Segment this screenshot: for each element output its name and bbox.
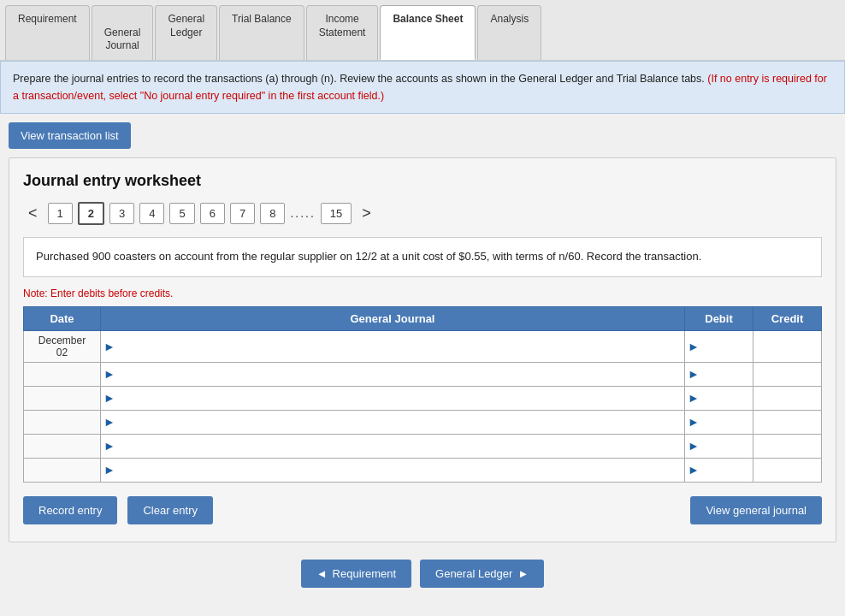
credit-input-3[interactable] (753, 387, 821, 410)
table-row: ► ► (24, 434, 822, 458)
date-cell-6 (24, 458, 101, 482)
credit-input-1[interactable] (753, 331, 821, 362)
journal-cell-6[interactable]: ► (101, 458, 685, 482)
col-date: Date (24, 306, 101, 330)
clear-entry-button[interactable]: Clear entry (127, 496, 213, 524)
page-1[interactable]: 1 (48, 203, 73, 224)
debit-input-1[interactable] (702, 331, 753, 362)
table-row: ► ► (24, 362, 822, 386)
credit-cell-3[interactable] (753, 386, 822, 410)
date-cell-5 (24, 434, 101, 458)
credit-cell-4[interactable] (753, 410, 822, 434)
transaction-description: Purchased 900 coasters on account from t… (23, 237, 822, 277)
journal-input-4[interactable] (118, 411, 684, 434)
tab-balance-sheet[interactable]: Balance Sheet (380, 5, 476, 60)
cell-arrow-icon: ► (101, 463, 118, 477)
tab-income-statement[interactable]: IncomeStatement (306, 5, 379, 60)
cell-arrow-icon: ► (685, 367, 702, 381)
footer-nav: ◄ Requirement General Ledger ► (0, 560, 845, 588)
page-5[interactable]: 5 (169, 203, 194, 224)
date-cell-2 (24, 362, 101, 386)
date-cell-3 (24, 386, 101, 410)
table-row: ► ► (24, 458, 822, 482)
note-text: Note: Enter debits before credits. (23, 287, 822, 299)
page-7[interactable]: 7 (230, 203, 255, 224)
pagination-ellipsis: ..... (290, 206, 315, 220)
worksheet-container: Journal entry worksheet < 1 2 3 4 5 6 7 … (9, 157, 836, 542)
journal-table: Date General Journal Debit Credit Decemb… (23, 306, 822, 483)
credit-cell-6[interactable] (753, 458, 822, 482)
debit-input-2[interactable] (702, 363, 753, 386)
cell-arrow-icon: ► (101, 367, 118, 381)
debit-input-5[interactable] (702, 435, 753, 458)
credit-input-2[interactable] (753, 363, 821, 386)
credit-cell-1[interactable] (753, 330, 822, 362)
tab-trial-balance[interactable]: Trial Balance (219, 5, 304, 60)
tab-general-journal[interactable]: GeneralJournal (92, 5, 154, 60)
journal-input-5[interactable] (118, 435, 684, 458)
cell-arrow-icon: ► (101, 391, 118, 405)
journal-cell-5[interactable]: ► (101, 434, 685, 458)
journal-cell-3[interactable]: ► (101, 386, 685, 410)
date-cell-1: December02 (24, 330, 101, 362)
prev-page-button[interactable]: < (23, 203, 43, 224)
cell-arrow-icon: ► (685, 463, 702, 477)
next-page-button[interactable]: > (357, 203, 376, 224)
debit-cell-6[interactable]: ► (685, 458, 753, 482)
pagination: < 1 2 3 4 5 6 7 8 ..... 15 > (23, 202, 822, 225)
record-entry-button[interactable]: Record entry (23, 496, 117, 524)
debit-input-4[interactable] (702, 411, 753, 434)
cell-arrow-icon: ► (685, 415, 702, 429)
table-row: ► ► (24, 386, 822, 410)
debit-input-6[interactable] (702, 459, 753, 482)
page-15[interactable]: 15 (321, 203, 352, 224)
page-2[interactable]: 2 (78, 202, 104, 225)
journal-input-3[interactable] (118, 387, 684, 410)
debit-input-3[interactable] (702, 387, 753, 410)
table-row: December02 ► ► (24, 330, 822, 362)
page-3[interactable]: 3 (109, 203, 134, 224)
cell-arrow-icon: ► (685, 340, 702, 353)
journal-cell-2[interactable]: ► (101, 362, 685, 386)
credit-cell-2[interactable] (753, 362, 822, 386)
cell-arrow-icon: ► (685, 439, 702, 453)
tab-analysis[interactable]: Analysis (477, 5, 541, 60)
date-cell-4 (24, 410, 101, 434)
credit-input-5[interactable] (753, 435, 821, 458)
view-general-journal-button[interactable]: View general journal (690, 496, 822, 524)
journal-input-1[interactable] (118, 331, 684, 362)
prev-section-button[interactable]: ◄ Requirement (301, 560, 411, 588)
worksheet-title: Journal entry worksheet (23, 172, 822, 190)
tab-general-ledger[interactable]: GeneralLedger (155, 5, 217, 60)
page-4[interactable]: 4 (139, 203, 164, 224)
journal-input-2[interactable] (118, 363, 684, 386)
bottom-buttons: Record entry Clear entry View general jo… (23, 496, 822, 524)
col-general-journal: General Journal (101, 306, 685, 330)
journal-cell-1[interactable]: ► (101, 330, 685, 362)
tab-requirement[interactable]: Requirement (5, 5, 90, 60)
credit-input-4[interactable] (753, 411, 821, 434)
tabs-bar: Requirement GeneralJournal GeneralLedger… (0, 0, 845, 61)
debit-cell-1[interactable]: ► (685, 330, 753, 362)
view-transaction-list-button[interactable]: View transaction list (9, 122, 131, 149)
cell-arrow-icon: ► (685, 391, 702, 405)
page-6[interactable]: 6 (200, 203, 225, 224)
debit-cell-3[interactable]: ► (685, 386, 753, 410)
cell-arrow-icon: ► (101, 340, 118, 353)
journal-cell-4[interactable]: ► (101, 410, 685, 434)
debit-cell-5[interactable]: ► (685, 434, 753, 458)
journal-input-6[interactable] (118, 459, 684, 482)
table-row: ► ► (24, 410, 822, 434)
debit-cell-2[interactable]: ► (685, 362, 753, 386)
cell-arrow-icon: ► (101, 415, 118, 429)
cell-arrow-icon: ► (101, 439, 118, 453)
col-debit: Debit (685, 306, 753, 330)
credit-cell-5[interactable] (753, 434, 822, 458)
info-bar: Prepare the journal entries to record th… (0, 61, 845, 114)
page-8[interactable]: 8 (260, 203, 285, 224)
credit-input-6[interactable] (753, 459, 821, 482)
debit-cell-4[interactable]: ► (685, 410, 753, 434)
next-section-button[interactable]: General Ledger ► (420, 560, 544, 588)
col-credit: Credit (753, 306, 822, 330)
